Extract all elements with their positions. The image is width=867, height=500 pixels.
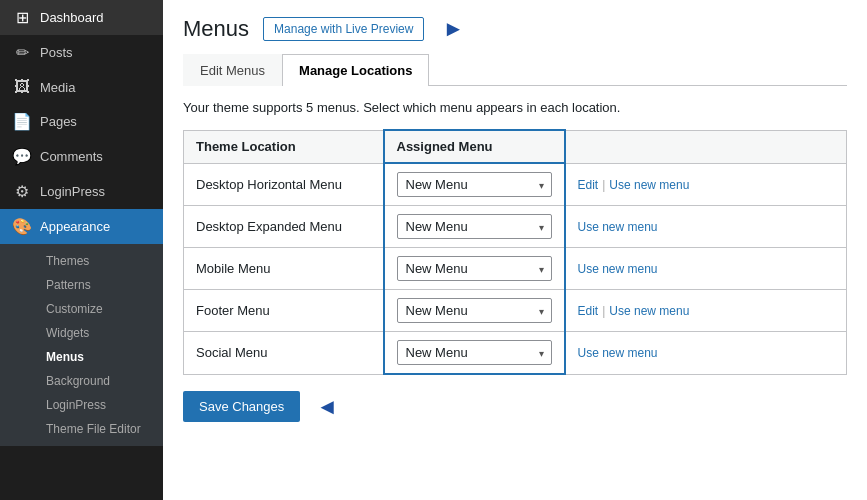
location-name-desktop-expanded: Desktop Expanded Menu [184, 206, 384, 248]
col-actions-header [565, 130, 847, 163]
sidebar-item-loginpress[interactable]: ⚙LoginPress [0, 174, 163, 209]
sidebar-label-comments: Comments [40, 149, 103, 164]
use-new-menu-link-footer-menu[interactable]: Use new menu [609, 304, 689, 318]
sidebar-sub-item-themes[interactable]: Themes [36, 249, 163, 273]
sidebar-label-media: Media [40, 80, 75, 95]
locations-table: Theme Location Assigned Menu Desktop Hor… [183, 129, 847, 375]
sidebar-sub-item-customize[interactable]: Customize [36, 297, 163, 321]
dashboard-icon: ⊞ [12, 8, 32, 27]
media-icon: 🖼 [12, 78, 32, 96]
use-new-menu-link-social-menu[interactable]: Use new menu [578, 346, 658, 360]
arrow-down-icon: ◄ [316, 394, 338, 420]
sidebar-item-comments[interactable]: 💬Comments [0, 139, 163, 174]
sidebar-sub-item-background[interactable]: Background [36, 369, 163, 393]
edit-link-footer-menu[interactable]: Edit [578, 304, 599, 318]
sidebar-label-posts: Posts [40, 45, 73, 60]
use-new-menu-link-desktop-horizontal[interactable]: Use new menu [609, 178, 689, 192]
arrow-right-icon: ► [442, 16, 464, 42]
pages-icon: 📄 [12, 112, 32, 131]
edit-link-desktop-horizontal[interactable]: Edit [578, 178, 599, 192]
use-new-menu-link-mobile-menu[interactable]: Use new menu [578, 262, 658, 276]
manage-live-preview-button[interactable]: Manage with Live Preview [263, 17, 424, 41]
menu-select-desktop-horizontal[interactable]: New Menu [397, 172, 552, 197]
actions-cell-desktop-horizontal: Edit|Use new menu [565, 163, 847, 206]
col-assigned-menu: Assigned Menu [384, 130, 565, 163]
appearance-icon: 🎨 [12, 217, 32, 236]
main-content: Menus Manage with Live Preview ► Edit Me… [163, 0, 867, 500]
actions-cell-social-menu: Use new menu [565, 332, 847, 375]
sidebar-item-media[interactable]: 🖼Media [0, 70, 163, 104]
save-section: Save Changes ◄ [183, 391, 847, 422]
location-name-mobile-menu: Mobile Menu [184, 248, 384, 290]
posts-icon: ✏ [12, 43, 32, 62]
comments-icon: 💬 [12, 147, 32, 166]
use-new-menu-link-desktop-expanded[interactable]: Use new menu [578, 220, 658, 234]
col-theme-location: Theme Location [184, 130, 384, 163]
sidebar-item-posts[interactable]: ✏Posts [0, 35, 163, 70]
page-title: Menus [183, 16, 249, 42]
sidebar-item-pages[interactable]: 📄Pages [0, 104, 163, 139]
sidebar-sub-item-patterns[interactable]: Patterns [36, 273, 163, 297]
action-separator: | [602, 304, 605, 318]
sidebar-sub-item-widgets[interactable]: Widgets [36, 321, 163, 345]
tab-manage-locations[interactable]: Manage Locations [282, 54, 429, 86]
loginpress-icon: ⚙ [12, 182, 32, 201]
sidebar: ⊞Dashboard✏Posts🖼Media📄Pages💬Comments⚙Lo… [0, 0, 163, 500]
assigned-cell-desktop-expanded: New Menu▾ [384, 206, 565, 248]
page-header: Menus Manage with Live Preview ► [183, 16, 847, 42]
assigned-cell-footer-menu: New Menu▾ [384, 290, 565, 332]
assigned-cell-social-menu: New Menu▾ [384, 332, 565, 375]
sidebar-sub-item-theme-file-editor[interactable]: Theme File Editor [36, 417, 163, 441]
sidebar-label-loginpress: LoginPress [40, 184, 105, 199]
actions-cell-mobile-menu: Use new menu [565, 248, 847, 290]
sidebar-item-appearance[interactable]: 🎨Appearance [0, 209, 163, 244]
sidebar-label-appearance: Appearance [40, 219, 110, 234]
location-name-social-menu: Social Menu [184, 332, 384, 375]
menu-select-mobile-menu[interactable]: New Menu [397, 256, 552, 281]
location-name-desktop-horizontal: Desktop Horizontal Menu [184, 163, 384, 206]
tab-edit-menus[interactable]: Edit Menus [183, 54, 282, 86]
sidebar-item-dashboard[interactable]: ⊞Dashboard [0, 0, 163, 35]
sidebar-sub-item-loginpress-sub[interactable]: LoginPress [36, 393, 163, 417]
sidebar-sub-item-menus[interactable]: Menus [36, 345, 163, 369]
sidebar-label-dashboard: Dashboard [40, 10, 104, 25]
assigned-cell-mobile-menu: New Menu▾ [384, 248, 565, 290]
actions-cell-desktop-expanded: Use new menu [565, 206, 847, 248]
assigned-cell-desktop-horizontal: New Menu▾ [384, 163, 565, 206]
save-changes-button[interactable]: Save Changes [183, 391, 300, 422]
tabs-bar: Edit Menus Manage Locations [183, 54, 847, 86]
info-text: Your theme supports 5 menus. Select whic… [183, 100, 847, 115]
menu-select-footer-menu[interactable]: New Menu [397, 298, 552, 323]
action-separator: | [602, 178, 605, 192]
sidebar-submenu-appearance: ThemesPatternsCustomizeWidgetsMenusBackg… [0, 244, 163, 446]
menu-select-desktop-expanded[interactable]: New Menu [397, 214, 552, 239]
location-name-footer-menu: Footer Menu [184, 290, 384, 332]
menu-select-social-menu[interactable]: New Menu [397, 340, 552, 365]
actions-cell-footer-menu: Edit|Use new menu [565, 290, 847, 332]
sidebar-label-pages: Pages [40, 114, 77, 129]
